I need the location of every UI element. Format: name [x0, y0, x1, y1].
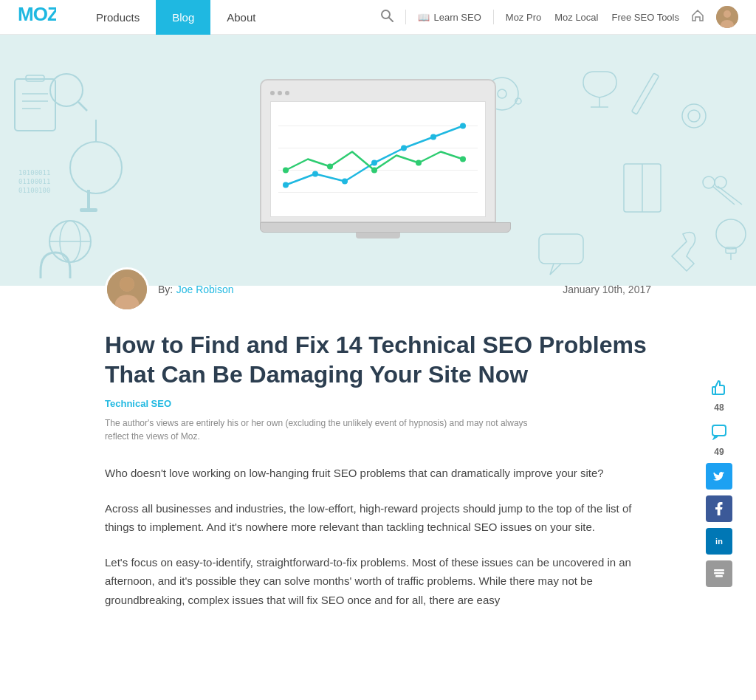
svg-rect-65: [712, 387, 715, 394]
svg-point-28: [682, 104, 706, 128]
nav-divider-2: [493, 10, 494, 24]
svg-point-55: [283, 168, 289, 174]
likes-count: 48: [714, 402, 724, 413]
svg-point-49: [312, 171, 318, 177]
svg-line-36: [718, 186, 742, 205]
moz-local-link[interactable]: Moz Local: [554, 12, 598, 23]
main-nav: MOZ Products Blog About 📖 Learn SEO Moz …: [0, 0, 756, 35]
svg-rect-10: [15, 79, 55, 131]
article-date: January 10th, 2017: [563, 284, 651, 295]
svg-point-56: [327, 164, 333, 170]
nav-about[interactable]: About: [210, 0, 272, 35]
buffer-share-button[interactable]: [706, 560, 732, 587]
article-paragraph-3: Let's focus on easy-to-identify, straigh…: [105, 553, 651, 610]
facebook-share-button[interactable]: [706, 495, 732, 522]
svg-point-58: [416, 160, 422, 166]
author-avatar: [105, 267, 149, 312]
svg-rect-68: [714, 572, 724, 574]
comments-stat: 49: [706, 419, 732, 457]
author-name-link[interactable]: Joe Robison: [176, 284, 234, 295]
svg-line-16: [78, 102, 87, 111]
twitter-share-button[interactable]: [706, 463, 732, 490]
hero-banner: 10100011 01100011 01100100: [0, 35, 756, 286]
article-disclaimer: The author's views are entirely his or h…: [105, 416, 548, 443]
social-sidebar: 48 49 in: [706, 374, 732, 587]
article-paragraph-1: Who doesn't love working on low-hanging …: [105, 464, 651, 483]
svg-rect-8: [80, 208, 97, 212]
article-container: How to Find and Fix 14 Technical SEO Pro…: [75, 330, 681, 655]
svg-rect-67: [714, 569, 724, 572]
svg-point-29: [688, 110, 700, 122]
svg-point-57: [371, 168, 377, 174]
author-by-label: By:: [158, 284, 173, 295]
linkedin-label: in: [715, 537, 723, 546]
article-paragraph-2: Across all businesses and industries, th…: [105, 499, 651, 537]
nav-divider-1: [405, 10, 406, 24]
svg-rect-69: [715, 575, 723, 577]
linkedin-share-button[interactable]: in: [706, 528, 732, 555]
hero-laptop: [260, 79, 496, 241]
svg-text:01100100: 01100100: [18, 187, 50, 194]
svg-rect-25: [632, 73, 659, 114]
comments-count: 49: [714, 447, 724, 457]
svg-rect-41: [539, 234, 583, 264]
moz-logo[interactable]: MOZ: [18, 4, 56, 30]
svg-point-59: [460, 157, 466, 162]
learn-seo-label: Learn SEO: [433, 12, 481, 23]
learn-seo-link[interactable]: 📖 Learn SEO: [418, 12, 481, 23]
svg-point-50: [342, 179, 348, 185]
svg-text:01100011: 01100011: [18, 178, 50, 185]
article-body: Who doesn't love working on low-hanging …: [105, 464, 651, 609]
svg-text:10100011: 10100011: [18, 169, 50, 176]
svg-point-34: [715, 176, 726, 188]
user-avatar[interactable]: [716, 6, 738, 28]
svg-point-6: [70, 142, 122, 193]
svg-point-30: [716, 219, 746, 249]
svg-point-54: [460, 123, 466, 129]
svg-point-4: [724, 10, 731, 18]
nav-products[interactable]: Products: [80, 0, 156, 35]
svg-point-51: [371, 160, 377, 166]
moz-pro-link[interactable]: Moz Pro: [506, 12, 541, 23]
free-seo-tools-link[interactable]: Free SEO Tools: [611, 12, 679, 23]
article-category[interactable]: Technical SEO: [105, 398, 651, 409]
svg-point-48: [283, 182, 289, 188]
comment-icon[interactable]: [706, 419, 732, 445]
book-icon: 📖: [418, 12, 430, 23]
svg-line-35: [712, 186, 735, 205]
author-info: By: Joe Robison: [158, 283, 234, 296]
svg-text:MOZ: MOZ: [18, 4, 56, 25]
svg-point-38: [498, 89, 506, 98]
author-strip: By: Joe Robison January 10th, 2017: [75, 267, 681, 312]
search-icon[interactable]: [380, 9, 394, 25]
article-title: How to Find and Fix 14 Technical SEO Pro…: [105, 330, 651, 389]
thumbs-up-icon[interactable]: [706, 374, 732, 401]
home-icon[interactable]: [691, 9, 704, 25]
nav-right-links: Moz Pro Moz Local Free SEO Tools: [506, 12, 679, 23]
svg-point-52: [401, 145, 407, 151]
nav-links: Products Blog About: [80, 0, 272, 35]
svg-point-53: [430, 134, 436, 140]
likes-stat: 48: [706, 374, 732, 413]
nav-blog[interactable]: Blog: [156, 0, 210, 35]
svg-point-63: [120, 277, 134, 292]
svg-rect-66: [712, 425, 726, 436]
svg-line-2: [389, 18, 393, 21]
nav-right: 📖 Learn SEO Moz Pro Moz Local Free SEO T…: [380, 6, 738, 28]
